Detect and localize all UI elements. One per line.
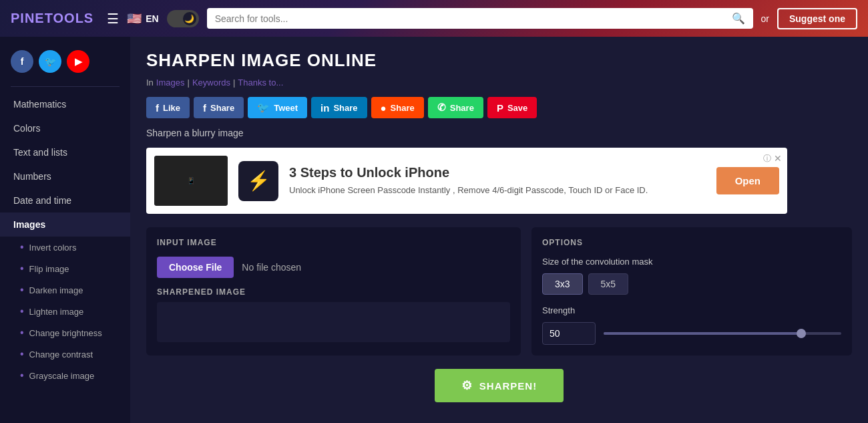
choose-file-button[interactable]: Choose File	[157, 257, 234, 278]
ad-banner: ✕ ⓘ 📱 ⚡ 3 Steps to Unlock iPhone Unlock …	[146, 148, 787, 214]
strength-input[interactable]	[542, 322, 596, 345]
mask-buttons: 3x3 5x5	[542, 273, 841, 295]
ad-text: 3 Steps to Unlock iPhone Unlock iPhone S…	[289, 165, 706, 196]
strength-slider[interactable]	[604, 332, 841, 335]
share-row: f Like f Share 🐦 Tweet in Share ● Share …	[146, 97, 852, 118]
sharpen-button[interactable]: ⚙ SHARPEN!	[435, 369, 564, 402]
sidebar-item-images[interactable]: Images	[0, 213, 130, 237]
sidebar-item-colors[interactable]: Colors	[0, 116, 130, 140]
ad-image: 📱	[154, 156, 228, 206]
mask-3x3-button[interactable]: 3x3	[542, 273, 583, 295]
social-twitter-button[interactable]: 🐦	[39, 50, 61, 73]
suggest-button[interactable]: Suggest one	[777, 8, 857, 29]
share-pi-label: Save	[507, 103, 527, 113]
main-layout: f 🐦 ▶ Mathematics Colors Text and lists …	[0, 37, 868, 423]
no-file-text: No file chosen	[242, 262, 301, 273]
breadcrumb-in: In	[146, 78, 154, 88]
linkedin-icon: in	[320, 102, 329, 114]
ad-title: 3 Steps to Unlock iPhone	[289, 165, 706, 180]
social-facebook-button[interactable]: f	[11, 50, 33, 73]
facebook-icon: f	[156, 102, 159, 114]
ad-subtitle: Unlock iPhone Screen Passcode Instantly …	[289, 184, 706, 196]
sidebar-item-text-and-lists[interactable]: Text and lists	[0, 140, 130, 164]
input-panel-title: INPUT IMAGE	[157, 238, 510, 247]
sidebar-sub-darken-image[interactable]: Darken image	[0, 279, 130, 301]
ad-close-icon[interactable]: ✕	[774, 153, 782, 164]
hamburger-icon[interactable]: ☰	[107, 11, 119, 27]
share-whatsapp-button[interactable]: ✆ Share	[428, 97, 483, 118]
share-fb-like-label: Like	[163, 103, 180, 113]
search-container: 🔍	[207, 8, 753, 29]
share-rd-label: Share	[391, 103, 415, 113]
input-panel: INPUT IMAGE Choose File No file chosen S…	[146, 227, 521, 356]
flag-icon: 🇺🇸	[127, 11, 142, 26]
sidebar-sub-lighten-image[interactable]: Lighten image	[0, 301, 130, 322]
breadcrumb: In Images | Keywords | Thanks to...	[146, 78, 852, 88]
sidebar-item-date-and-time[interactable]: Date and time	[0, 188, 130, 213]
search-input[interactable]	[215, 13, 726, 24]
breadcrumb-images-link[interactable]: Images	[156, 78, 185, 88]
lang-code: EN	[146, 13, 158, 24]
file-input-row: Choose File No file chosen	[157, 257, 510, 278]
options-panel: OPTIONS Size of the convolution mask 3x3…	[531, 227, 852, 356]
ad-info-icon[interactable]: ⓘ	[763, 153, 771, 164]
breadcrumb-keywords-link[interactable]: Keywords	[192, 78, 230, 88]
theme-toggle[interactable]: 🌙	[167, 10, 199, 27]
sidebar-item-mathematics[interactable]: Mathematics	[0, 92, 130, 116]
search-icon: 🔍	[732, 12, 745, 25]
logo: PINETOOLS	[11, 11, 93, 26]
or-text: or	[761, 13, 769, 24]
share-facebook-like-button[interactable]: f Like	[146, 97, 190, 118]
mask-label: Size of the convolution mask	[542, 257, 841, 267]
sidebar-divider	[11, 86, 120, 87]
facebook-share-icon: f	[203, 102, 206, 114]
strength-slider-track	[604, 332, 806, 335]
share-wa-label: Share	[450, 103, 474, 113]
pinterest-icon: P	[497, 102, 503, 114]
share-twitter-button[interactable]: 🐦 Tweet	[248, 97, 307, 118]
tool-panels: INPUT IMAGE Choose File No file chosen S…	[146, 227, 852, 356]
sidebar-item-numbers[interactable]: Numbers	[0, 164, 130, 188]
reddit-icon: ●	[381, 102, 387, 114]
sidebar-sub-flip-image[interactable]: Flip image	[0, 258, 130, 279]
sidebar-sub-grayscale-image[interactable]: Grayscale image	[0, 365, 130, 386]
share-tw-label: Tweet	[274, 103, 298, 113]
sidebar-social: f 🐦 ▶	[0, 45, 130, 84]
ad-logo-icon: ⚡	[247, 170, 270, 192]
share-facebook-share-button[interactable]: f Share	[194, 97, 244, 118]
options-panel-title: OPTIONS	[542, 238, 841, 247]
sharpen-btn-container: ⚙ SHARPEN!	[146, 369, 852, 402]
strength-row	[542, 322, 841, 345]
breadcrumb-sep2: |	[233, 78, 235, 88]
share-fb-share-label: Share	[210, 103, 234, 113]
sidebar-sub-change-brightness[interactable]: Change brightness	[0, 322, 130, 343]
sharpened-preview	[157, 302, 510, 342]
sidebar: f 🐦 ▶ Mathematics Colors Text and lists …	[0, 37, 130, 423]
language-selector[interactable]: 🇺🇸 EN	[127, 11, 158, 26]
ad-logo: ⚡	[238, 161, 278, 201]
breadcrumb-sep1: |	[187, 78, 189, 88]
social-youtube-button[interactable]: ▶	[67, 50, 89, 73]
sharpen-btn-label: SHARPEN!	[479, 380, 537, 392]
page-title: SHARPEN IMAGE ONLINE	[146, 50, 852, 71]
sharpened-section: SHARPENED IMAGE	[157, 287, 510, 342]
ad-open-button[interactable]: Open	[716, 167, 779, 194]
share-pinterest-button[interactable]: P Save	[487, 97, 537, 118]
tagline: Sharpen a blurry image	[146, 128, 852, 138]
gear-icon: ⚙	[461, 378, 473, 393]
theme-toggle-knob: 🌙	[183, 12, 196, 25]
twitter-icon: 🐦	[257, 102, 270, 114]
share-li-label: Share	[333, 103, 357, 113]
whatsapp-icon: ✆	[437, 102, 446, 114]
sharpened-panel-title: SHARPENED IMAGE	[157, 287, 510, 297]
share-reddit-button[interactable]: ● Share	[371, 97, 424, 118]
sidebar-sub-change-contrast[interactable]: Change contrast	[0, 343, 130, 365]
header: PINETOOLS ☰ 🇺🇸 EN 🌙 🔍 or Suggest one	[0, 0, 868, 37]
share-linkedin-button[interactable]: in Share	[311, 97, 367, 118]
breadcrumb-thanks-link[interactable]: Thanks to...	[238, 78, 283, 88]
content: SHARPEN IMAGE ONLINE In Images | Keyword…	[130, 37, 868, 423]
mask-5x5-button[interactable]: 5x5	[588, 273, 629, 295]
strength-label: Strength	[542, 305, 841, 315]
strength-slider-thumb	[797, 329, 806, 338]
sidebar-sub-invert-colors[interactable]: Invert colors	[0, 237, 130, 258]
